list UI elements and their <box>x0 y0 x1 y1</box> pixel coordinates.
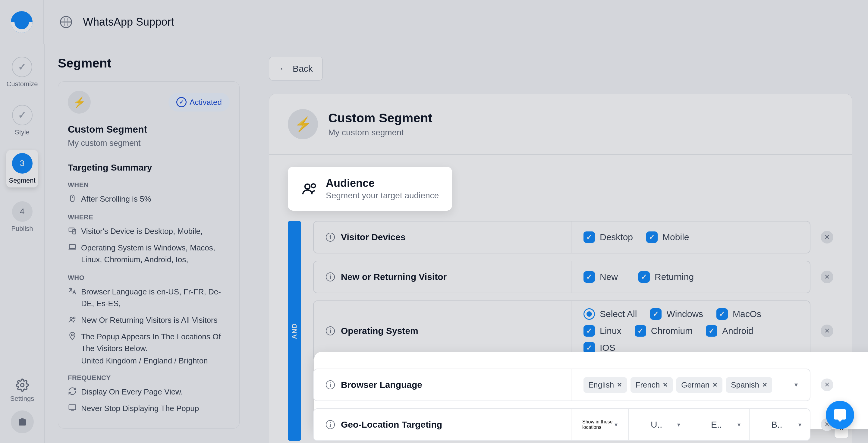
when-text: After Scrolling is 5% <box>81 193 151 205</box>
checkbox-returning[interactable]: Returning <box>638 271 694 283</box>
remove-rule-button[interactable] <box>821 379 833 391</box>
users-icon <box>68 315 77 324</box>
checkbox-icon <box>638 271 650 283</box>
who-geo: The Popup Appears In The Locations Of Th… <box>81 331 230 354</box>
summary-row: Never Stop Displaying The Popup <box>68 403 230 414</box>
when-label: WHEN <box>68 181 230 189</box>
chevron-down-icon[interactable]: ▾ <box>795 381 798 389</box>
segment-editor: ⚡ Custom Segment My custom segment Audie… <box>269 94 852 443</box>
svg-rect-5 <box>69 244 75 249</box>
geo-scope-label: Show in these locations <box>582 419 615 430</box>
info-icon[interactable] <box>326 233 335 242</box>
step-label: Style <box>15 128 30 136</box>
svg-point-12 <box>305 184 310 189</box>
audience-section-button[interactable]: Audience Segment your target audience <box>288 167 452 211</box>
checkbox-label: Returning <box>655 272 694 282</box>
who-lang: Browser Language is en-US, Fr-FR, De-DE,… <box>81 286 230 310</box>
checkbox-label: Android <box>722 326 753 336</box>
language-tags[interactable]: English✕ French✕ German✕ Spanish✕ ▾ <box>584 377 798 393</box>
tag-spanish[interactable]: Spanish✕ <box>726 377 772 393</box>
segment-card: ⚡ Activated Custom Segment My custom seg… <box>58 82 240 429</box>
geo-select-country[interactable]: U..▾ <box>642 409 689 440</box>
freq-label: FREQUENCY <box>68 374 230 382</box>
hero-sub: My custom segment <box>328 128 432 137</box>
check-icon <box>12 105 33 125</box>
geo-select-region[interactable]: E..▾ <box>703 409 749 440</box>
audience-icon <box>301 180 318 197</box>
remove-tag-icon[interactable]: ✕ <box>712 381 718 388</box>
summary-row: The Popup Appears In The Locations Of Th… <box>68 331 230 354</box>
checkbox-label: Chromium <box>651 326 692 336</box>
chat-launcher[interactable] <box>826 401 854 429</box>
translate-icon <box>68 287 77 296</box>
remove-tag-icon[interactable]: ✕ <box>617 381 622 388</box>
checkbox-chromium[interactable]: Chromium <box>635 325 692 337</box>
checkbox-label: Windows <box>666 309 703 319</box>
tag-english[interactable]: English✕ <box>584 377 627 393</box>
step-label: Customize <box>7 80 38 88</box>
where-device: Visitor's Device is Desktop, Mobile, <box>81 225 203 237</box>
who-label: WHO <box>68 274 230 282</box>
chevron-down-icon: ▾ <box>677 421 680 428</box>
radio-select-all[interactable]: Select All <box>584 308 637 320</box>
remove-rule-button[interactable] <box>821 271 833 283</box>
chevron-down-icon: ▾ <box>615 421 618 428</box>
step-label: Settings <box>10 395 34 403</box>
activated-badge: Activated <box>168 93 230 112</box>
checkbox-icon <box>650 308 661 320</box>
summary-row: Display On Every Page View. <box>68 386 230 398</box>
geo-scope-select[interactable]: Show in these locations ▾ <box>571 409 629 440</box>
step-customize[interactable]: Customize <box>7 57 38 88</box>
screen-icon <box>68 403 77 412</box>
info-icon[interactable] <box>326 273 335 282</box>
globe-icon[interactable] <box>60 16 72 28</box>
info-icon[interactable] <box>326 326 335 336</box>
step-segment[interactable]: 3 Segment <box>6 150 38 187</box>
tag-french[interactable]: French✕ <box>630 377 673 393</box>
segment-desc: My custom segment <box>68 138 230 148</box>
checkbox-icon <box>584 325 595 337</box>
rule-visitor-devices: Visitor Devices Desktop Mobile <box>313 221 833 253</box>
bolt-icon: ⚡ <box>288 109 318 139</box>
svg-rect-3 <box>69 228 74 232</box>
back-button[interactable]: Back <box>269 57 323 81</box>
remove-rule-button[interactable] <box>821 324 833 337</box>
svg-rect-10 <box>69 405 76 410</box>
summary-row: New Or Returning Visitors is All Visitor… <box>68 314 230 326</box>
gear-icon <box>16 379 29 392</box>
info-icon[interactable] <box>326 380 335 389</box>
checkbox-label: New <box>600 272 618 282</box>
audience-sub: Segment your target audience <box>326 191 439 200</box>
svg-point-8 <box>73 317 75 319</box>
page-title: WhatsApp Support <box>83 16 174 28</box>
checkbox-android[interactable]: Android <box>706 325 753 337</box>
remove-rule-button[interactable] <box>821 231 833 244</box>
geo-select-city[interactable]: B..▾ <box>763 409 810 440</box>
svg-point-13 <box>311 184 315 188</box>
remove-tag-icon[interactable]: ✕ <box>762 381 767 388</box>
checkbox-linux[interactable]: Linux <box>584 325 621 337</box>
info-icon[interactable] <box>326 420 335 429</box>
tag-german[interactable]: German✕ <box>676 377 722 393</box>
rule-title: New or Returning Visitor <box>341 272 447 282</box>
svg-rect-1 <box>70 195 74 202</box>
chevron-down-icon: ▾ <box>738 421 741 428</box>
summary-row: Browser Language is en-US, Fr-FR, De-DE,… <box>68 286 230 310</box>
step-style[interactable]: Style <box>12 105 33 136</box>
briefcase-button[interactable] <box>11 410 34 433</box>
svg-point-0 <box>21 384 24 387</box>
app-logo[interactable] <box>11 11 33 33</box>
radio-label: Select All <box>600 309 637 319</box>
checkbox-macos[interactable]: MacOs <box>716 308 761 320</box>
laptop-icon <box>68 243 77 252</box>
checkbox-windows[interactable]: Windows <box>650 308 703 320</box>
step-number: 4 <box>12 201 33 222</box>
checkbox-new[interactable]: New <box>584 271 618 283</box>
summary-row: Operating System is Windows, Macos, Linu… <box>68 242 230 265</box>
checkbox-desktop[interactable]: Desktop <box>584 231 633 243</box>
step-publish[interactable]: 4 Publish <box>11 201 33 233</box>
remove-tag-icon[interactable]: ✕ <box>663 381 668 388</box>
bolt-icon: ⚡ <box>68 91 91 114</box>
settings-button[interactable]: Settings <box>10 379 34 403</box>
checkbox-mobile[interactable]: Mobile <box>646 231 689 243</box>
